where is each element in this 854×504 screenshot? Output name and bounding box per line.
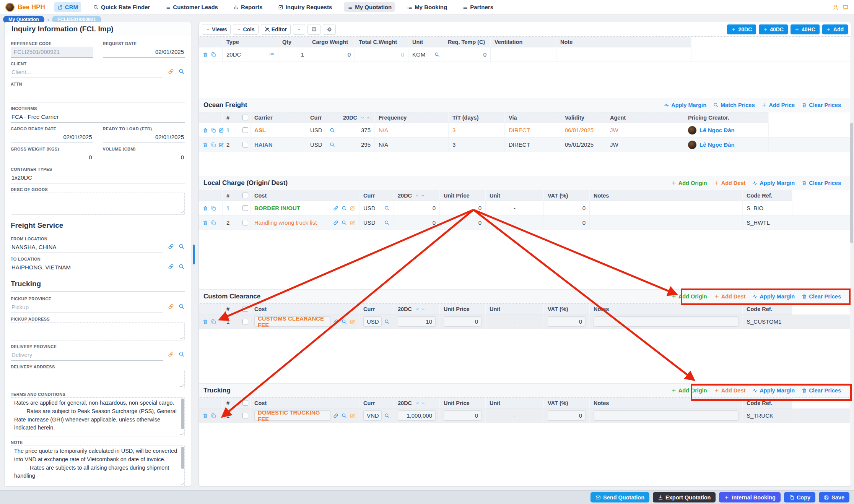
price-20dc-cell[interactable]: 0	[394, 201, 440, 215]
notes-cell[interactable]	[590, 201, 743, 215]
add-dest-link[interactable]: Add Dest	[714, 293, 746, 300]
currency-cell[interactable]: USD	[359, 314, 394, 329]
frequency-cell[interactable]: N/A	[375, 123, 449, 137]
copy-row-icon[interactable]	[211, 413, 216, 418]
client-input[interactable]: Client...	[11, 67, 163, 78]
internal-booking-button[interactable]: Internal Booking	[719, 492, 780, 502]
search-icon[interactable]	[179, 243, 185, 250]
search-icon[interactable]	[384, 413, 390, 418]
layout-button[interactable]	[307, 24, 320, 35]
left-panel-scrollbar-thumb[interactable]	[193, 245, 195, 264]
resize-handle-icon[interactable]	[180, 337, 184, 339]
unit-price-cell[interactable]: 0	[440, 314, 486, 329]
delete-row-icon[interactable]	[203, 413, 208, 418]
copy-row-icon[interactable]	[211, 52, 216, 57]
add-dest-link[interactable]: Add Dest	[714, 180, 746, 186]
copy-button[interactable]: Copy	[784, 492, 815, 502]
vat-cell[interactable]: 0	[544, 314, 590, 329]
terms-textarea[interactable]: Rates are applied for general, non-hazar…	[11, 397, 185, 436]
link-icon[interactable]	[333, 413, 338, 418]
vat-cell[interactable]: 0	[544, 216, 590, 230]
chat-icon[interactable]	[843, 4, 849, 10]
select-all-checkbox[interactable]	[242, 115, 248, 120]
sort-up-icon[interactable]	[421, 401, 425, 405]
nav-item-reports[interactable]: Reports	[230, 2, 266, 12]
cost-cell[interactable]: DOMESTIC TRUCKING FEE	[251, 408, 359, 423]
scrollbar-thumb[interactable]	[181, 447, 184, 469]
sort-down-icon[interactable]	[415, 193, 420, 198]
more-dropdown-button[interactable]	[293, 24, 305, 35]
price-20dc-cell[interactable]: 375	[339, 123, 375, 137]
container-types-field[interactable]: 1x20DC	[11, 172, 185, 183]
nav-item-crm[interactable]: CRM	[54, 2, 81, 12]
add-container-button[interactable]: Add	[822, 24, 848, 34]
cost-cell[interactable]: CUSTOMS CLEARANCE FEE	[251, 314, 359, 329]
resize-handle-icon[interactable]	[180, 384, 184, 387]
search-icon[interactable]	[179, 351, 185, 357]
search-icon[interactable]	[384, 206, 390, 211]
search-icon[interactable]	[342, 319, 347, 324]
agent-cell[interactable]: JW	[606, 138, 684, 152]
copy-row-icon[interactable]	[211, 206, 216, 211]
row-checkbox[interactable]	[242, 220, 248, 225]
link-icon[interactable]	[168, 351, 174, 357]
container-type-cell[interactable]: 20DC	[223, 47, 278, 62]
editor-button[interactable]: Editor	[261, 24, 291, 35]
price-20dc-cell[interactable]: 10	[394, 314, 440, 329]
nav-item-my-quotation[interactable]: My Quotation	[344, 2, 395, 12]
resize-handle-icon[interactable]	[180, 211, 184, 213]
nav-item-my-booking[interactable]: My Booking	[404, 2, 450, 12]
send-quotation-button[interactable]: Send Quotation	[590, 492, 649, 502]
qty-cell[interactable]: 1	[278, 47, 308, 62]
delete-row-icon[interactable]	[203, 52, 208, 57]
request-date-field[interactable]: 02/01/2025	[103, 47, 185, 58]
delivery-address-textarea[interactable]	[11, 370, 185, 388]
search-icon[interactable]	[330, 128, 335, 133]
vat-cell[interactable]: 0	[544, 201, 590, 215]
currency-cell[interactable]: USD	[306, 123, 339, 137]
brand[interactable]: Bee HPH	[5, 3, 45, 12]
link-icon[interactable]	[333, 206, 338, 211]
delete-row-icon[interactable]	[203, 142, 208, 147]
tt-days-cell[interactable]: 3	[449, 123, 505, 137]
note-textarea[interactable]: The price quote is temporarily calculate…	[11, 446, 185, 486]
row-checkbox[interactable]	[242, 319, 248, 324]
sort-up-icon[interactable]	[366, 115, 371, 120]
export-quotation-button[interactable]: Export Quotation	[653, 492, 716, 502]
unit-cell[interactable]: KGM	[408, 47, 444, 62]
delivery-province-input[interactable]: Delivery	[11, 350, 163, 361]
copy-row-icon[interactable]	[211, 319, 216, 324]
copy-row-icon[interactable]	[211, 220, 216, 225]
add-origin-link[interactable]: Add Origin	[671, 387, 707, 394]
search-icon[interactable]	[342, 413, 347, 418]
search-icon[interactable]	[384, 319, 390, 324]
req-temp-cell[interactable]: 0	[444, 47, 491, 62]
apply-margin-link[interactable]: Apply Margin	[752, 293, 795, 300]
sort-up-icon[interactable]	[421, 307, 425, 311]
attn-input[interactable]	[11, 87, 185, 102]
cargo-ready-date-field[interactable]: 02/01/2025	[11, 132, 93, 143]
row-checkbox[interactable]	[242, 127, 248, 133]
search-icon[interactable]	[179, 68, 185, 75]
user-icon[interactable]	[833, 4, 839, 10]
price-20dc-cell[interactable]: 1,000,000	[394, 408, 440, 423]
apply-margin-link[interactable]: Apply Margin	[664, 102, 706, 108]
sort-up-icon[interactable]	[421, 193, 425, 198]
link-icon[interactable]	[168, 68, 174, 75]
volume-field[interactable]: 0	[103, 152, 185, 163]
cost-cell[interactable]: Handling wrong truck list	[251, 216, 359, 230]
cargo-weight-cell[interactable]: 0	[308, 47, 355, 62]
resize-handle-icon[interactable]	[180, 433, 184, 435]
currency-cell[interactable]: USD	[359, 216, 394, 230]
frequency-cell[interactable]: N/A	[375, 138, 449, 152]
clear-prices-link[interactable]: Clear Prices	[802, 293, 841, 300]
link-icon[interactable]	[168, 243, 174, 250]
unit-cell[interactable]: -	[486, 216, 544, 230]
clear-prices-link[interactable]: Clear Prices	[802, 102, 841, 108]
resize-handle-icon[interactable]	[180, 483, 184, 485]
select-all-checkbox[interactable]	[242, 193, 248, 198]
add-40dc-button[interactable]: 40DC	[759, 24, 788, 34]
currency-cell[interactable]: VND	[359, 408, 394, 423]
cols-button[interactable]: Cols	[233, 24, 258, 35]
add-dest-link[interactable]: Add Dest	[714, 387, 746, 394]
